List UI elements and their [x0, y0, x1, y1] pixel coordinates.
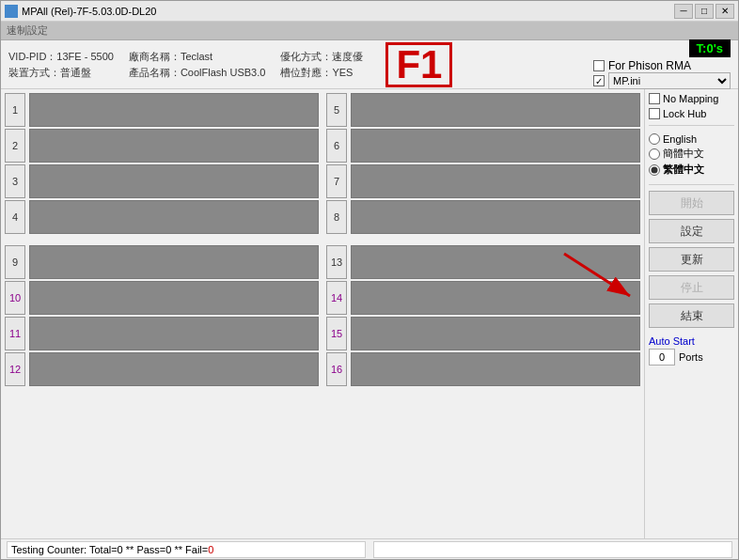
- lang-english-radio[interactable]: [649, 133, 660, 145]
- top-right-wrapper: T:0's For Phison RMA MP.ini: [593, 39, 731, 89]
- product-info: 廠商名稱：Teclast 產品名稱：CoolFlash USB3.0: [129, 50, 266, 80]
- phison-rma-label: For Phison RMA: [608, 59, 691, 72]
- slot-bar-9: [29, 245, 319, 279]
- vid-pid-label: VID-PID：13FE - 5500: [8, 50, 114, 64]
- end-button[interactable]: 結束: [649, 303, 734, 328]
- slot-bar-8: [351, 200, 640, 234]
- slot-number-6: 6: [326, 129, 347, 163]
- timer-display: T:0's: [689, 39, 731, 57]
- slot-number-16: 16: [326, 352, 347, 386]
- slot-bar-4: [29, 200, 319, 234]
- main-window: MPAll (Rel)-7F-5.03.0D-DL20 ─ □ ✕ 速制設定 V…: [0, 0, 739, 560]
- start-button[interactable]: 開始: [649, 191, 734, 215]
- title-bar: MPAll (Rel)-7F-5.03.0D-DL20 ─ □ ✕: [1, 1, 738, 22]
- slot-row-10: 10: [5, 281, 319, 315]
- lang-traditional-label: 繁體中文: [663, 163, 704, 177]
- left-column: 1 2 3 4: [5, 93, 319, 535]
- mp-ini-row: MP.ini: [593, 72, 731, 89]
- ports-label: Ports: [679, 351, 703, 363]
- phison-rma-checkbox[interactable]: [593, 60, 605, 71]
- maximize-button[interactable]: □: [695, 4, 714, 19]
- language-radio-group: English 簡體中文 繁體中文: [649, 133, 734, 177]
- update-button[interactable]: 更新: [649, 247, 734, 272]
- slot-row-7: 7: [326, 164, 640, 198]
- lang-simplified-label: 簡體中文: [663, 147, 704, 161]
- mp-ini-checkbox[interactable]: [593, 75, 605, 86]
- right-bottom-group: 13 14 15 16: [326, 245, 640, 386]
- slot-number-14: 14: [326, 281, 347, 315]
- slot-number-10: 10: [5, 281, 25, 315]
- slot-bar-13: [351, 245, 640, 279]
- fail-value: 0: [208, 544, 213, 555]
- no-mapping-checkbox[interactable]: [649, 93, 660, 104]
- auto-start-section: Auto Start Ports: [649, 335, 734, 366]
- product-label: 產品名稱：CoolFlash USB3.0: [129, 66, 266, 80]
- f1-badge: F1: [385, 42, 452, 87]
- lang-english-label: English: [663, 133, 697, 145]
- separator-1: [649, 125, 734, 126]
- slot-bar-14: [351, 281, 640, 315]
- lang-traditional-row[interactable]: 繁體中文: [649, 163, 734, 177]
- no-mapping-label: No Mapping: [663, 93, 718, 104]
- phison-row: For Phison RMA: [593, 59, 731, 72]
- auto-start-label: Auto Start: [649, 335, 734, 347]
- slot-row-5: 5: [326, 93, 640, 127]
- slot-bar-11: [29, 317, 319, 350]
- status-bar: Testing Counter: Total=0 ** Pass=0 ** Fa…: [1, 538, 738, 559]
- slot-row-6: 6: [326, 129, 640, 163]
- slot-row-16: 16: [326, 352, 640, 386]
- app-icon: [5, 5, 18, 18]
- no-mapping-row: No Mapping: [649, 93, 734, 104]
- lock-hub-label: Lock Hub: [663, 108, 706, 119]
- close-button[interactable]: ✕: [715, 4, 734, 19]
- slot-number-8: 8: [326, 200, 347, 234]
- vendor-label: 廠商名稱：Teclast: [129, 50, 266, 64]
- right-gap: [326, 236, 640, 243]
- slot-bar-7: [351, 164, 640, 198]
- slot-number-3: 3: [5, 164, 25, 198]
- slot-row-3: 3: [5, 164, 319, 198]
- slot-row-2: 2: [5, 129, 319, 163]
- slot-number-11: 11: [5, 317, 25, 350]
- slot-number-4: 4: [5, 200, 25, 234]
- slot-row-15: 15: [326, 317, 640, 350]
- status-counter: Testing Counter: Total=0 ** Pass=0 ** Fa…: [7, 541, 366, 558]
- settings-button[interactable]: 設定: [649, 219, 734, 243]
- slot-bar-5: [351, 93, 640, 127]
- minimize-button[interactable]: ─: [674, 4, 693, 19]
- slot-number-2: 2: [5, 129, 25, 163]
- stop-button[interactable]: 停止: [649, 275, 734, 300]
- slot-bar-3: [29, 164, 319, 198]
- slot-bar-2: [29, 129, 319, 163]
- lang-simplified-radio[interactable]: [649, 148, 660, 160]
- status-extra: [373, 541, 732, 558]
- timer-row: T:0's: [593, 39, 731, 57]
- optimize-label: 優化方式：速度優: [280, 50, 363, 64]
- auto-start-row: Ports: [649, 349, 734, 366]
- device-info: VID-PID：13FE - 5500 裝置方式：普通盤: [8, 50, 114, 80]
- device-type-label: 裝置方式：普通盤: [8, 66, 114, 80]
- lang-simplified-row[interactable]: 簡體中文: [649, 147, 734, 161]
- mp-ini-select[interactable]: MP.ini: [608, 72, 731, 89]
- slot-number-5: 5: [326, 93, 347, 127]
- slot-bar-16: [351, 352, 640, 386]
- left-top-group: 1 2 3 4: [5, 93, 319, 234]
- slot-row-8: 8: [326, 200, 640, 234]
- slot-row-1: 1: [5, 93, 319, 127]
- title-bar-controls: ─ □ ✕: [674, 4, 734, 19]
- slot-bar-10: [29, 281, 319, 315]
- slot-row-12: 12: [5, 352, 319, 386]
- lang-english-row[interactable]: English: [649, 133, 734, 145]
- lock-hub-checkbox[interactable]: [649, 108, 660, 119]
- watermark-bar: 速制設定: [1, 22, 738, 40]
- slot-number-9: 9: [5, 245, 25, 279]
- body-area: 1 2 3 4: [1, 89, 738, 538]
- window-title: MPAll (Rel)-7F-5.03.0D-DL20: [22, 6, 156, 17]
- slot-row-13: 13: [326, 245, 640, 279]
- auto-start-input[interactable]: [649, 349, 675, 366]
- lang-traditional-radio[interactable]: [649, 164, 660, 176]
- right-panel: No Mapping Lock Hub English 簡體中文 繁體中文: [644, 89, 738, 538]
- slot-map-label: 槽位對應：YES: [280, 66, 363, 80]
- slot-number-13: 13: [326, 245, 347, 279]
- slots-area: 1 2 3 4: [1, 89, 644, 538]
